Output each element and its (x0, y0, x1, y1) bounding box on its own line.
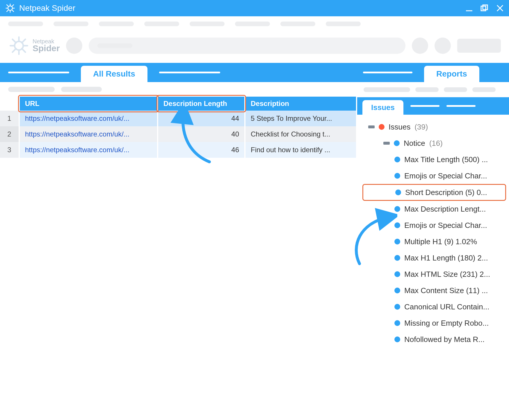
svg-rect-2 (481, 6, 486, 11)
right-toolbar-placeholder (357, 82, 509, 97)
severity-dot-icon (394, 304, 400, 310)
cell-description-length: 40 (158, 126, 245, 142)
tree-item-label: Canonical URL Contain... (404, 302, 489, 311)
tree-item[interactable]: Nofollowed by Meta R... (362, 331, 506, 348)
tree-item-label: Emojis or Special Char... (404, 171, 487, 180)
cell-description: 5 Steps To Improve Your... (245, 111, 357, 126)
row-index: 1 (0, 111, 20, 126)
minimize-icon[interactable] (465, 4, 473, 12)
main-tab-bar: All Results (0, 63, 357, 82)
issues-tree: Issues (39) Notice (16) Max Title Length… (357, 115, 509, 420)
right-subtabs: Issues (357, 97, 509, 115)
tree-item[interactable]: Emojis or Special Char... (362, 217, 506, 233)
tree-item-label: Max H1 Length (180) 2... (404, 254, 488, 263)
tree-item[interactable]: Canonical URL Contain... (362, 299, 506, 315)
tree-item-label: Max Description Lengt... (404, 205, 486, 214)
collapse-icon[interactable] (383, 142, 390, 145)
action-placeholder (412, 38, 428, 54)
severity-dot-icon (394, 206, 400, 212)
tab-placeholder[interactable] (8, 72, 69, 73)
results-table: URL Description Length Description 1 htt… (0, 97, 357, 158)
severity-dot-icon (394, 239, 400, 244)
title-bar: Netpeak Spider (0, 0, 509, 16)
subtab-placeholder[interactable] (410, 105, 439, 107)
table-row[interactable]: 3 https://netpeaksoftware.com/uk/... 46 … (0, 142, 357, 158)
cell-url[interactable]: https://netpeaksoftware.com/uk/... (20, 126, 158, 142)
close-icon[interactable] (496, 4, 504, 12)
column-description-length[interactable]: Description Length (158, 97, 245, 111)
url-input-placeholder[interactable] (89, 38, 405, 54)
tree-item-label: Multiple H1 (9) 1.02% (404, 237, 477, 246)
severity-dot-icon (394, 288, 400, 293)
tree-item-label: Short Description (5) 0... (405, 188, 487, 197)
tab-all-results[interactable]: All Results (81, 66, 147, 82)
maximize-icon[interactable] (480, 4, 489, 12)
severity-dot-icon (394, 157, 400, 162)
collapse-icon[interactable] (368, 125, 375, 128)
tree-item-label: Nofollowed by Meta R... (404, 335, 485, 344)
tree-item-label: Emojis or Special Char... (404, 221, 487, 230)
severity-dot-icon (394, 140, 400, 146)
tree-item[interactable]: Max H1 Length (180) 2... (362, 250, 506, 266)
severity-dot-icon (394, 336, 400, 342)
subtab-issues[interactable]: Issues (362, 100, 403, 115)
tab-reports[interactable]: Reports (424, 66, 479, 82)
avatar-placeholder (66, 38, 82, 54)
tree-item[interactable]: Max Title Length (500) ... (362, 151, 506, 168)
tree-item[interactable]: Emojis or Special Char... (362, 168, 506, 184)
action-placeholder (435, 38, 451, 54)
logo-placeholder: Netpeak Spider (8, 35, 60, 56)
severity-dot-icon (394, 271, 400, 277)
svg-rect-3 (483, 5, 487, 10)
tab-placeholder[interactable] (159, 72, 220, 73)
right-tab-bar: Reports (357, 63, 509, 82)
tree-item[interactable]: Max Description Lengt... (362, 201, 506, 217)
tree-item-label: Max Title Length (500) ... (404, 155, 488, 164)
filter-chips (0, 82, 357, 97)
severity-dot-icon (394, 222, 400, 228)
table-row[interactable]: 2 https://netpeaksoftware.com/uk/... 40 … (0, 126, 357, 142)
row-index: 3 (0, 142, 20, 158)
toolbar-placeholder: Netpeak Spider (0, 16, 509, 63)
cell-description: Find out how to identify ... (245, 142, 357, 158)
tree-item[interactable]: Max Content Size (11) ... (362, 282, 506, 299)
column-url[interactable]: URL (20, 97, 158, 111)
severity-dot-icon (379, 124, 385, 130)
tree-item[interactable]: Short Description (5) 0... (362, 184, 506, 201)
app-spider-icon (5, 3, 15, 13)
chip-placeholder[interactable] (8, 87, 55, 92)
cell-url[interactable]: https://netpeaksoftware.com/uk/... (20, 142, 158, 158)
severity-dot-icon (394, 173, 400, 179)
tree-root-issues[interactable]: Issues (39) (362, 119, 506, 135)
subtab-placeholder[interactable] (446, 105, 476, 107)
tab-placeholder[interactable] (363, 72, 412, 73)
tree-item[interactable]: Multiple H1 (9) 1.02% (362, 233, 506, 250)
tree-item-label: Max Content Size (11) ... (404, 286, 488, 295)
table-row[interactable]: 1 https://netpeaksoftware.com/uk/... 44 … (0, 111, 357, 126)
severity-dot-icon (394, 255, 400, 261)
tree-item[interactable]: Missing or Empty Robo... (362, 315, 506, 331)
cell-url[interactable]: https://netpeaksoftware.com/uk/... (20, 111, 158, 126)
column-description[interactable]: Description (245, 97, 357, 111)
severity-dot-icon (394, 320, 400, 326)
row-index: 2 (0, 126, 20, 142)
severity-dot-icon (395, 189, 401, 195)
cell-description-length: 44 (158, 111, 245, 126)
primary-button-placeholder[interactable] (457, 39, 501, 53)
app-title: Netpeak Spider (19, 3, 465, 13)
cell-description-length: 46 (158, 142, 245, 158)
tree-item-label: Missing or Empty Robo... (404, 319, 489, 328)
logo-line2: Spider (33, 44, 60, 53)
tree-group-notice[interactable]: Notice (16) (362, 135, 506, 151)
tree-item-label: Max HTML Size (231) 2... (404, 270, 490, 279)
tree-item[interactable]: Max HTML Size (231) 2... (362, 266, 506, 282)
chip-placeholder[interactable] (61, 87, 102, 92)
cell-description: Checklist for Choosing t... (245, 126, 357, 142)
